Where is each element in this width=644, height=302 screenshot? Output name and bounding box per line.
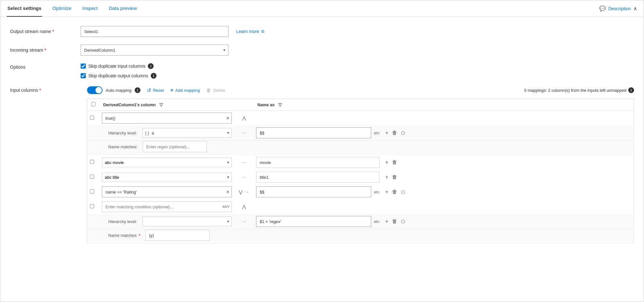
- sub1b-source-cell: Name matches:: [99, 141, 634, 155]
- row1-link-button[interactable]: ⬡: [400, 130, 406, 136]
- tab-data-preview[interactable]: Data preview: [108, 0, 138, 17]
- skip-input-info-icon[interactable]: i: [148, 63, 154, 69]
- row4-collapse-icon[interactable]: ⋁: [239, 189, 242, 194]
- row2-source-select[interactable]: abc movie: [102, 158, 232, 167]
- tab-inspect[interactable]: Inspect: [82, 0, 98, 17]
- source-filter-icon[interactable]: ▽: [159, 102, 163, 107]
- add-mapping-button[interactable]: + Add mapping: [170, 87, 200, 93]
- sub1-arrow-icon: →: [241, 130, 247, 136]
- row3-source-select[interactable]: abc title: [102, 172, 232, 182]
- row2-delete-button[interactable]: 🗑: [391, 159, 398, 166]
- row2-actions-cell: + 🗑: [382, 155, 634, 170]
- row5-add-button[interactable]: +: [385, 218, 389, 225]
- auto-mapping-info-icon[interactable]: i: [135, 87, 140, 93]
- row4-link-button[interactable]: ⬡: [400, 189, 406, 195]
- reset-button[interactable]: ↺ Reset: [147, 87, 164, 93]
- curly-icon: { }: [145, 131, 149, 135]
- output-stream-input[interactable]: [81, 26, 228, 37]
- row5-hierarchy-select[interactable]: [142, 217, 232, 226]
- row1-regex-input[interactable]: [143, 141, 207, 152]
- row1-checkbox-cell: [87, 111, 100, 126]
- description-button[interactable]: 💬 Description ∧: [599, 5, 637, 12]
- row1-expand-icon[interactable]: ⋀: [242, 116, 246, 121]
- required-star-2: *: [44, 47, 46, 53]
- row2-add-button[interactable]: +: [385, 159, 389, 166]
- row5-expand-icon[interactable]: ⋀: [242, 204, 246, 209]
- row1-source-input[interactable]: [102, 113, 232, 124]
- row4-source-cell: ✕: [99, 185, 234, 199]
- row4-source-input[interactable]: [102, 186, 232, 197]
- row3-nameas-input[interactable]: [256, 172, 380, 183]
- header-arrow-col: [234, 99, 254, 111]
- options-controls: Skip duplicate input columns i Skip dupl…: [81, 63, 157, 79]
- row3-checkbox[interactable]: [90, 175, 94, 179]
- row3-arrow-cell: →: [234, 170, 254, 185]
- row4-clear-button[interactable]: ✕: [226, 190, 230, 194]
- row5-nameas-input[interactable]: [256, 216, 371, 227]
- delete-button[interactable]: 🗑 Delete: [206, 88, 225, 93]
- sub5-arrow-icon: →: [241, 218, 247, 225]
- main-content: Output stream name * Learn more ⧉ Incomi…: [0, 17, 644, 302]
- tab-select-settings[interactable]: Select settings: [7, 0, 42, 17]
- incoming-stream-select[interactable]: DerivedColumn1 Source1: [81, 45, 228, 56]
- trash-icon: 🗑: [206, 88, 211, 93]
- learn-more-link[interactable]: Learn more ⧉: [236, 29, 264, 34]
- tab-optimize[interactable]: Optimize: [52, 0, 72, 17]
- row5-arrow-cell: ⋀: [234, 199, 254, 214]
- row3-checkbox-cell: [87, 170, 100, 185]
- row4-actions-cell: + 🗑 ⬡: [382, 185, 634, 199]
- row4-checkbox-cell: [87, 185, 100, 199]
- row4-delete-button[interactable]: 🗑: [391, 188, 398, 195]
- row1-nameas-input[interactable]: [256, 127, 371, 138]
- hierarchy-label-5: Hierarchy level:: [108, 219, 140, 224]
- skip-duplicate-output-checkbox[interactable]: [81, 73, 86, 78]
- row3-arrow-icon: →: [241, 174, 247, 181]
- mapping-table: DerivedColumn1's column ▽ Name as ▽: [87, 99, 634, 244]
- row1-actions-cell: [382, 111, 634, 126]
- row2-nameas-cell: [254, 155, 382, 170]
- row1-arrow-cell: ⋀: [234, 111, 254, 126]
- skip-output-info-icon[interactable]: i: [151, 73, 157, 79]
- table-header-row: DerivedColumn1's column ▽ Name as ▽: [87, 99, 634, 111]
- row2-nameas-input[interactable]: [256, 157, 380, 168]
- input-columns-controls: Auto mapping i ↺ Reset + Add mapping 🗑 D…: [87, 86, 634, 244]
- row4-add-button[interactable]: +: [385, 188, 389, 195]
- row5-link-button[interactable]: ⬡: [400, 218, 406, 225]
- auto-mapping-toggle[interactable]: [87, 86, 103, 94]
- row3-delete-button[interactable]: 🗑: [391, 174, 398, 181]
- nameas-filter-icon[interactable]: ▽: [278, 102, 282, 107]
- table-row: Name matches:: [87, 141, 634, 155]
- tabs: Select settings Optimize Inspect Data pr…: [7, 0, 138, 17]
- hierarchy-select[interactable]: { } a: [142, 128, 232, 138]
- row5-regex-input[interactable]: [146, 230, 210, 241]
- row1-add-button[interactable]: +: [385, 129, 389, 136]
- sub1-source-cell: Hierarchy level: { } a ▾: [99, 125, 234, 141]
- row5-actions-cell: [382, 199, 634, 214]
- row1-clear-button[interactable]: ✕: [226, 116, 230, 120]
- row1-checkbox[interactable]: [90, 116, 94, 120]
- row3-source-cell: abc title ▾: [99, 170, 234, 185]
- sub1-checkbox-cell: [87, 125, 100, 141]
- skip-duplicate-output-row: Skip duplicate output columns i: [81, 73, 157, 79]
- row5-checkbox[interactable]: [90, 204, 94, 208]
- skip-duplicate-input-checkbox[interactable]: [81, 64, 86, 69]
- row3-add-button[interactable]: +: [385, 174, 389, 181]
- tab-bar: Select settings Optimize Inspect Data pr…: [0, 0, 644, 17]
- chat-icon: 💬: [599, 5, 606, 12]
- row5-source-input[interactable]: [102, 201, 232, 212]
- header-nameas-col: Name as ▽: [254, 99, 382, 111]
- row2-checkbox[interactable]: [90, 160, 94, 164]
- mapping-info-icon[interactable]: i: [628, 87, 634, 93]
- select-all-checkbox[interactable]: [91, 102, 95, 106]
- table-row: ✕ ⋀: [87, 111, 634, 126]
- required-star: *: [52, 29, 54, 34]
- row4-nameas-input[interactable]: [256, 186, 371, 197]
- row4-checkbox[interactable]: [90, 189, 94, 194]
- header-checkbox-cell: [87, 99, 100, 111]
- row2-arrow-icon: →: [241, 159, 247, 166]
- table-row: abc movie ▾ →: [87, 155, 634, 170]
- row1-delete-button[interactable]: 🗑: [391, 129, 398, 136]
- mapping-info: 5 mappings: 2 column(s) from the inputs …: [524, 87, 634, 93]
- row1-nameas-cell: [254, 111, 382, 126]
- row5-delete-button[interactable]: 🗑: [391, 218, 398, 225]
